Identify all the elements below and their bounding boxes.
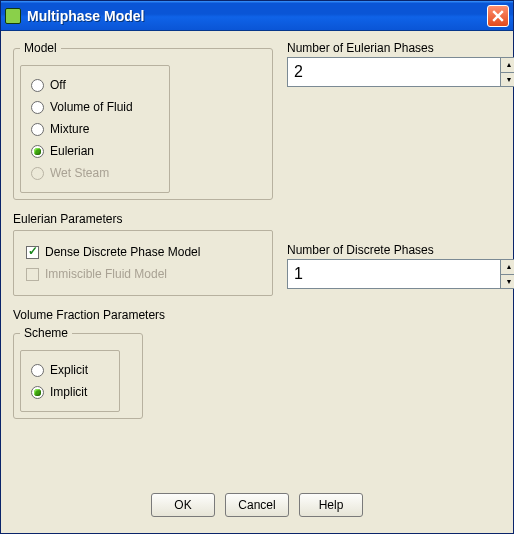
radio-label: Off xyxy=(50,78,66,92)
eulerian-phases-input[interactable] xyxy=(287,57,500,87)
spacer xyxy=(287,99,514,231)
window-title: Multiphase Model xyxy=(27,8,481,24)
radio-label: Explicit xyxy=(50,363,88,377)
spinner-down-button[interactable]: ▼ xyxy=(501,72,514,87)
scheme-options: Explicit Implicit xyxy=(20,350,120,412)
model-options: Off Volume of Fluid Mixture Euleria xyxy=(20,65,170,193)
radio-label: Implicit xyxy=(50,385,87,399)
discrete-phases-label: Number of Discrete Phases xyxy=(287,243,514,257)
left-column: Model Off Volume of Fluid Mixture xyxy=(13,41,273,419)
close-button[interactable] xyxy=(487,5,509,27)
chevron-up-icon: ▲ xyxy=(506,263,513,270)
radio-icon xyxy=(31,101,44,114)
checkbox-label: Dense Discrete Phase Model xyxy=(45,245,200,259)
radio-icon xyxy=(31,386,44,399)
radio-off[interactable]: Off xyxy=(31,74,159,96)
dialog-window: Multiphase Model Model Off xyxy=(0,0,514,534)
app-icon xyxy=(5,8,21,24)
radio-icon xyxy=(31,167,44,180)
spinner-down-button[interactable]: ▼ xyxy=(501,274,514,289)
chevron-down-icon: ▼ xyxy=(506,278,513,285)
chevron-down-icon: ▼ xyxy=(506,76,513,83)
checkbox-label: Immiscible Fluid Model xyxy=(45,267,167,281)
ok-button[interactable]: OK xyxy=(151,493,215,517)
spinner-up-button[interactable]: ▲ xyxy=(501,260,514,274)
radio-label: Volume of Fluid xyxy=(50,100,133,114)
volume-fraction-label: Volume Fraction Parameters xyxy=(13,308,273,322)
checkbox-dense-discrete[interactable]: Dense Discrete Phase Model xyxy=(26,241,260,263)
spinner-buttons: ▲ ▼ xyxy=(500,57,514,87)
model-legend: Model xyxy=(20,41,61,55)
eulerian-parameters-box: Dense Discrete Phase Model Immiscible Fl… xyxy=(13,230,273,296)
scheme-group: Scheme Explicit Implicit xyxy=(13,326,143,419)
dialog-content: Model Off Volume of Fluid Mixture xyxy=(1,31,513,533)
eulerian-phases-field: Number of Eulerian Phases ▲ ▼ xyxy=(287,41,514,87)
spinner-up-button[interactable]: ▲ xyxy=(501,58,514,72)
chevron-up-icon: ▲ xyxy=(506,61,513,68)
columns: Model Off Volume of Fluid Mixture xyxy=(13,41,501,485)
discrete-phases-input[interactable] xyxy=(287,259,500,289)
close-icon xyxy=(492,10,504,22)
radio-label: Wet Steam xyxy=(50,166,109,180)
scheme-legend: Scheme xyxy=(20,326,72,340)
radio-eulerian[interactable]: Eulerian xyxy=(31,140,159,162)
eulerian-phases-spinner: ▲ ▼ xyxy=(287,57,514,87)
button-row: OK Cancel Help xyxy=(13,485,501,529)
volume-fraction-section: Volume Fraction Parameters Scheme Explic… xyxy=(13,308,273,419)
radio-icon xyxy=(31,145,44,158)
checkbox-icon xyxy=(26,246,39,259)
checkbox-immiscible: Immiscible Fluid Model xyxy=(26,263,260,285)
title-bar: Multiphase Model xyxy=(1,1,513,31)
radio-label: Eulerian xyxy=(50,144,94,158)
eulerian-parameters-label: Eulerian Parameters xyxy=(13,212,273,226)
discrete-phases-field: Number of Discrete Phases ▲ ▼ xyxy=(287,243,514,289)
discrete-phases-spinner: ▲ ▼ xyxy=(287,259,514,289)
model-group: Model Off Volume of Fluid Mixture xyxy=(13,41,273,200)
checkbox-icon xyxy=(26,268,39,281)
radio-label: Mixture xyxy=(50,122,89,136)
radio-explicit[interactable]: Explicit xyxy=(31,359,109,381)
radio-wet-steam: Wet Steam xyxy=(31,162,159,184)
cancel-button[interactable]: Cancel xyxy=(225,493,289,517)
spinner-buttons: ▲ ▼ xyxy=(500,259,514,289)
radio-icon xyxy=(31,123,44,136)
radio-icon xyxy=(31,364,44,377)
radio-implicit[interactable]: Implicit xyxy=(31,381,109,403)
eulerian-phases-label: Number of Eulerian Phases xyxy=(287,41,514,55)
radio-icon xyxy=(31,79,44,92)
right-column: Number of Eulerian Phases ▲ ▼ xyxy=(287,41,514,289)
help-button[interactable]: Help xyxy=(299,493,363,517)
eulerian-parameters-section: Eulerian Parameters Dense Discrete Phase… xyxy=(13,212,273,296)
radio-mixture[interactable]: Mixture xyxy=(31,118,159,140)
radio-volume-of-fluid[interactable]: Volume of Fluid xyxy=(31,96,159,118)
